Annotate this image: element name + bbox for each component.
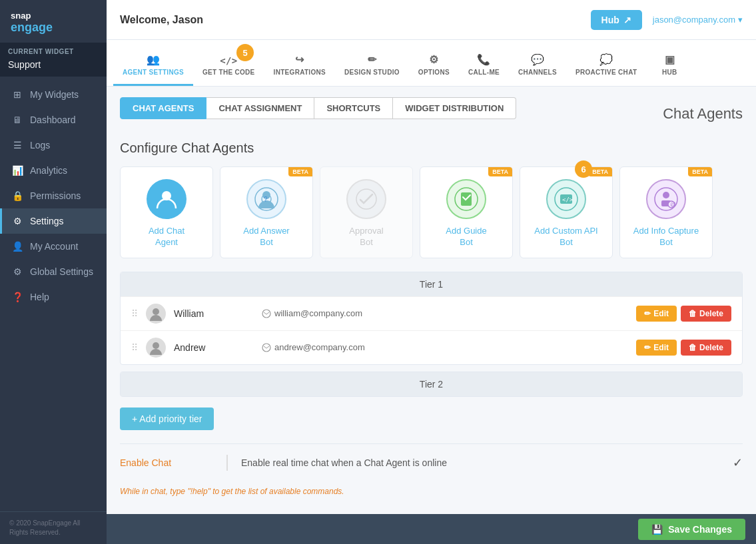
tab-label: PROACTIVE CHAT [575,69,637,76]
agent-cards: Add ChatAgent BETA ? Add AnswerBot [120,166,743,258]
tab-agent-settings[interactable]: 👥 AGENT SETTINGS [113,47,193,86]
user-dropdown[interactable]: jason@company.com ▾ [653,15,743,25]
guide-bot-icon [446,179,486,219]
sidebar-item-permissions[interactable]: 🔒 Permissions [0,183,107,208]
edit-andrew-button[interactable]: ✏ Edit [636,340,677,356]
logo-engage: engage [11,21,96,33]
sidebar-item-label: Global Settings [30,266,93,277]
approval-bot-icon [346,179,386,219]
sub-tab-shortcuts[interactable]: SHORTCUTS [314,97,393,119]
sidebar-item-my-widgets[interactable]: ⊞ My Widgets [0,82,107,107]
sidebar-item-my-account[interactable]: 👤 My Account [0,234,107,259]
tab-label: DESIGN STUDIO [344,69,400,76]
hint-text: While in chat, type "!help" to get the l… [120,487,743,496]
tier-1-section: Tier 1 ⠿ William william@company.com ✏ E… [120,272,743,365]
tab-options[interactable]: ⚙ OPTIONS [409,47,459,86]
tab-channels[interactable]: 💬 CHANNELS [509,47,566,86]
agent-name-andrew: Andrew [174,342,254,353]
options-icon: ⚙ [429,53,438,66]
sub-tab-chat-agents[interactable]: CHAT AGENTS [120,97,206,119]
sidebar-item-label: Logs [30,140,50,150]
tab-label: INTEGRATIONS [274,69,326,76]
trash-icon: 🗑 [689,343,697,352]
add-answer-bot-card[interactable]: BETA ? Add AnswerBot [220,166,313,258]
svg-point-5 [356,189,376,209]
email-text: andrew@company.com [274,342,365,352]
svg-point-17 [262,310,270,318]
sidebar-item-global-settings[interactable]: ⚙ Global Settings [0,259,107,284]
tab-nav-badge: 5 [236,44,254,61]
delete-label: Delete [699,309,723,318]
andrew-actions: ✏ Edit 🗑 Delete [636,340,731,356]
hub-icon: ▣ [665,53,675,66]
sub-tab-chat-assignment[interactable]: CHAT ASSIGNMENT [206,97,314,119]
add-custom-api-bot-card[interactable]: BETA 6 </> Add Custom APIBot [520,166,613,258]
custom-api-bot-icon: </> [546,179,586,219]
add-chat-agent-card[interactable]: Add ChatAgent [120,166,213,258]
tab-call-me[interactable]: 📞 CALL-ME [459,47,509,86]
sidebar-widget-label: CURRENT WIDGET [0,43,107,58]
beta-badge-info: BETA [688,167,712,176]
svg-text:?: ? [264,196,268,203]
page-title: Chat Agents [663,105,743,123]
sidebar-item-label: My Account [30,241,78,252]
sidebar-item-label: Help [30,292,49,302]
tab-proactive-chat[interactable]: 💭 PROACTIVE CHAT [566,47,646,86]
tab-label: HUB [662,69,677,76]
bottom-bar: 💾 Save Changes [107,514,756,544]
edit-william-button[interactable]: ✏ Edit [636,306,677,322]
sidebar-item-dashboard[interactable]: 🖥 Dashboard [0,107,107,133]
delete-label: Delete [699,343,723,352]
add-priority-tier-button[interactable]: + Add priority tier [120,408,214,430]
table-row: ⠿ William william@company.com ✏ Edit 🗑 [121,296,742,330]
guide-bot-label: Add GuideBot [446,226,486,248]
save-changes-button[interactable]: 💾 Save Changes [638,519,745,540]
sub-tab-widget-distribution[interactable]: WIDGET DISTRIBUTION [393,97,516,119]
user-email: jason@company.com [653,15,735,25]
add-guide-bot-card[interactable]: BETA Add GuideBot [420,166,513,258]
sidebar-nav: ⊞ My Widgets 🖥 Dashboard ☰ Logs 📊 Analyt… [0,77,107,511]
drag-handle-icon[interactable]: ⠿ [131,308,138,319]
save-button-label: Save Changes [668,524,732,535]
sidebar-item-label: Analytics [30,165,67,176]
sub-tabs: CHAT AGENTS CHAT ASSIGNMENT SHORTCUTS WI… [120,97,516,119]
tab-label: CALL-ME [468,69,500,76]
approval-bot-label: ApprovalBot [349,226,383,248]
answer-bot-label: Add AnswerBot [243,226,289,248]
save-icon: 💾 [651,524,663,535]
tab-design-studio[interactable]: ✏ DESIGN STUDIO [335,47,409,86]
phone-icon: 📞 [477,53,490,66]
sidebar-item-help[interactable]: ❓ Help [0,284,107,310]
logo-snap: snap [11,11,31,21]
hub-button[interactable]: Hub ↗ [591,10,642,30]
tier-2-section: Tier 2 [120,372,743,397]
sidebar-item-settings[interactable]: ⚙ Settings [0,208,107,234]
delete-william-button[interactable]: 🗑 Delete [681,306,731,322]
add-chat-agent-icon [147,179,187,219]
sidebar-widget-name: Support [0,58,107,77]
sidebar-item-analytics[interactable]: 📊 Analytics [0,158,107,183]
drag-handle-icon[interactable]: ⠿ [131,342,138,353]
sidebar-item-label: Settings [30,216,64,226]
delete-andrew-button[interactable]: 🗑 Delete [681,340,731,356]
add-info-capture-bot-card[interactable]: BETA @ Add Info CaptureBot [619,166,713,258]
sidebar-logo: snap engage [0,0,107,43]
sidebar-item-label: Dashboard [30,115,76,125]
monitor-icon: 🖥 [11,115,23,125]
tab-integrations[interactable]: ↪ INTEGRATIONS [264,47,335,86]
approval-bot-card: ApprovalBot [320,166,413,258]
tab-hub[interactable]: ▣ HUB [646,47,693,86]
enable-chat-checkmark[interactable]: ✓ [733,455,743,470]
beta-badge-answer: BETA [288,167,312,176]
help-icon: ❓ [11,292,23,302]
agent-email-andrew: andrew@company.com [262,342,628,352]
sidebar-item-logs[interactable]: ☰ Logs [0,133,107,158]
chevron-down-icon: ▾ [738,15,743,25]
analytics-icon: 📊 [11,165,23,176]
svg-point-16 [153,308,159,315]
answer-bot-icon: ? [246,179,286,219]
enable-chat-label: Enable Chat [120,457,213,468]
agent-avatar-william [146,304,166,324]
gear-icon: ⚙ [11,216,23,226]
external-link-icon: ↗ [623,15,631,25]
